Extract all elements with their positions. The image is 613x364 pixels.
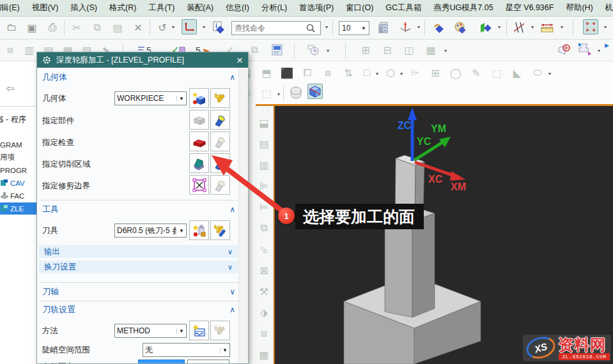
menu-format[interactable]: 格式(R) [109, 3, 136, 13]
tree-item-program[interactable]: PROGR [0, 164, 36, 176]
section-rect-icon[interactable] [259, 86, 274, 101]
check-tool-gouge-icon[interactable] [557, 42, 573, 57]
side-icon-3[interactable] [256, 157, 272, 172]
show-hide-icon[interactable] [431, 20, 446, 35]
side-icon-5[interactable] [256, 199, 272, 215]
undo-dropdown-icon[interactable]: ▾ [170, 24, 176, 30]
path-settings-section-header[interactable]: 刀轨设置∧ [42, 303, 235, 316]
select-part-button[interactable] [210, 110, 230, 130]
info-window-icon[interactable]: i [211, 20, 226, 35]
method-combo[interactable]: METHOD ▼ [114, 324, 187, 338]
chevron-down-icon[interactable]: ∨ [229, 287, 235, 296]
print-icon[interactable] [45, 20, 60, 35]
menu-gc-toolbox[interactable]: GC工具箱 [385, 3, 421, 13]
distance-icon[interactable] [539, 20, 555, 35]
layer-combo-arrow[interactable]: ▼ [361, 26, 366, 31]
new-tool-button[interactable] [189, 220, 209, 240]
clip-section-view-icon[interactable] [307, 84, 323, 99]
new-geometry-button[interactable] [189, 88, 209, 108]
chevron-down-icon[interactable]: ∨ [228, 263, 233, 271]
select-trim-boundary-button[interactable] [210, 175, 230, 195]
create-tool-icon[interactable] [22, 42, 37, 57]
chevron-down-icon[interactable]: ∨ [228, 248, 233, 256]
menu-xingkong[interactable]: 星空 V6.936F [506, 3, 554, 13]
measure-icon[interactable] [511, 20, 527, 35]
tree-item-nc-program[interactable]: GRAM [0, 139, 36, 151]
orient-view-dropdown-icon[interactable]: ▾ [201, 24, 207, 30]
tool-change-band[interactable]: 换刀设置∨ [39, 261, 238, 273]
menu-edit[interactable]: 编辑(E) [0, 3, 20, 13]
side-icon-1[interactable] [256, 115, 272, 130]
delete-icon[interactable] [130, 20, 146, 35]
side-icon-8[interactable] [256, 262, 272, 278]
side-icon-10[interactable] [256, 305, 272, 320]
machine-tool-view-icon[interactable] [380, 42, 395, 57]
edit-geometry-button[interactable] [210, 88, 230, 108]
unsectioned-view-icon[interactable] [288, 84, 304, 100]
menu-tools[interactable]: 工具(T) [148, 3, 175, 13]
menu-insert[interactable]: 插入(S) [70, 3, 97, 13]
tool-combo-arrow[interactable]: ▼ [176, 228, 184, 234]
move-object-icon[interactable] [478, 20, 493, 35]
more-tools-icon[interactable]: ▶ [605, 42, 609, 49]
merge-distance-input[interactable] [138, 360, 185, 364]
back-arrow-icon[interactable] [3, 80, 18, 96]
save-icon[interactable] [24, 20, 40, 35]
geometry-combo[interactable]: WORKPIECE ▼ [114, 91, 187, 105]
rectangle-icon[interactable] [359, 65, 375, 80]
block-icon[interactable] [279, 65, 295, 80]
distance-dropdown-icon[interactable]: ▾ [559, 24, 565, 30]
program-group-view-icon[interactable] [358, 42, 373, 57]
create-program-icon[interactable] [3, 42, 18, 57]
polygon-icon[interactable] [383, 65, 398, 80]
side-icon-12[interactable] [256, 347, 272, 362]
steep-range-combo-arrow[interactable]: ▼ [220, 347, 228, 353]
text-icon[interactable] [469, 65, 484, 80]
polygon-dropdown-icon[interactable]: ▾ [398, 71, 405, 77]
list-toolpath-icon[interactable] [247, 42, 262, 57]
paste-icon[interactable] [110, 20, 125, 35]
edit-tool-button[interactable] [210, 220, 230, 240]
chevron-up-icon[interactable]: ∧ [229, 305, 235, 314]
pattern-feature-icon[interactable] [320, 65, 336, 80]
extrude-icon[interactable] [259, 65, 274, 80]
graphics-viewport[interactable]: ZC YM YC XC XM [274, 106, 613, 364]
side-icon-9[interactable] [256, 284, 272, 299]
specify-trim-boundary-button[interactable] [189, 175, 209, 195]
tool-trim-icon[interactable] [578, 42, 593, 57]
output-band[interactable]: 输出∨ [39, 245, 238, 258]
geometry-section-header[interactable]: 几何体∧ [42, 71, 235, 84]
steep-range-combo[interactable]: 无 ▼ [143, 343, 230, 357]
rectangle-dropdown-icon[interactable]: ▾ [374, 71, 380, 77]
fit-view-icon[interactable] [583, 19, 598, 34]
sweep-icon[interactable] [341, 65, 356, 80]
fit-view-dropdown-icon[interactable]: ▾ [602, 24, 609, 30]
side-icon-11[interactable] [256, 326, 272, 341]
measure-dropdown-icon[interactable]: ▾ [529, 24, 536, 30]
section-dropdown-icon[interactable]: ▾ [275, 91, 282, 97]
specify-cut-area-button[interactable] [189, 153, 209, 173]
menu-analysis[interactable]: 分析(L) [261, 3, 287, 13]
simulate-machine-icon[interactable] [270, 42, 285, 57]
geometry-view-icon[interactable] [401, 42, 417, 57]
menu-preferences[interactable]: 首选项(P) [299, 3, 334, 13]
tool-combo[interactable]: D6R0.5 (铣刀-5 参 ▼ [114, 224, 187, 238]
side-icon-6[interactable] [256, 220, 272, 236]
ellipse-icon[interactable] [530, 65, 545, 80]
dialog-scrollbar[interactable] [238, 68, 248, 363]
edit-method-button[interactable] [210, 321, 230, 340]
wcs-icon[interactable] [398, 20, 413, 35]
wcs-dropdown-icon[interactable]: ▾ [415, 24, 422, 30]
mirror-feature-icon[interactable] [300, 65, 315, 80]
specify-part-button[interactable] [189, 110, 209, 130]
cut-icon[interactable] [69, 20, 84, 35]
tree-item-unused[interactable]: 用项 [0, 151, 36, 163]
chevron-up-icon[interactable]: ∧ [229, 205, 235, 214]
orient-view-icon[interactable] [182, 19, 197, 34]
chevron-up-icon[interactable]: ∧ [229, 73, 235, 82]
bounding-box-icon[interactable] [489, 65, 504, 80]
menu-jiming-software[interactable]: 机明软件 [605, 3, 613, 13]
menu-help[interactable]: 帮助(H) [566, 3, 593, 13]
menu-information[interactable]: 信息(I) [226, 3, 249, 13]
menu-yanxiu-mould[interactable]: 燕秀UG模具7.05 [434, 3, 493, 13]
